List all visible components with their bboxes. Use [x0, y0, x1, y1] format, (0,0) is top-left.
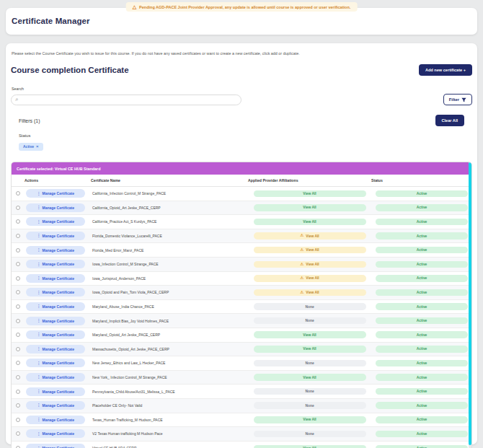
- warning-icon: ⚠: [300, 248, 303, 252]
- add-new-certificate-button[interactable]: Add new certificate +: [419, 64, 472, 76]
- kebab-menu-icon: ⋮: [37, 206, 41, 210]
- affiliations-pill-label: View All: [306, 248, 319, 252]
- affiliations-pill-label: None: [305, 404, 314, 408]
- status-filter-label: Status: [19, 133, 472, 138]
- manage-certificate-button[interactable]: ⋮ Manage Certificate: [26, 302, 85, 311]
- status-pill: Active: [376, 219, 468, 226]
- kebab-menu-icon: ⋮: [37, 319, 41, 323]
- row-radio-button[interactable]: [16, 262, 20, 266]
- certificate-name: Maryland_Abuse_India Chance_PACE: [91, 304, 248, 309]
- manage-certificate-button[interactable]: ⋮ Manage Certificate: [26, 429, 85, 438]
- certificate-name: Massachusetts_Opioid_Art Jeske_PACE_CERP: [91, 347, 248, 351]
- affiliations-pill[interactable]: View All: [254, 204, 366, 211]
- search-box[interactable]: ⌕: [11, 95, 241, 105]
- affiliations-pill[interactable]: ⚠ View All: [254, 261, 366, 268]
- certificate-name: New York_ Infection Control_M Strange_PA…: [91, 375, 248, 379]
- row-radio-button[interactable]: [16, 191, 20, 196]
- row-radio-button[interactable]: [16, 234, 20, 238]
- clear-all-button[interactable]: Clear All: [435, 115, 465, 126]
- manage-certificate-label: Manage Certificate: [43, 319, 74, 323]
- manage-certificate-button[interactable]: ⋮ Manage Certificate: [26, 203, 85, 212]
- affiliations-pill-label: View All: [306, 291, 319, 294]
- kebab-menu-icon: ⋮: [37, 248, 41, 252]
- row-radio-button[interactable]: [16, 276, 20, 281]
- row-radio-button[interactable]: [16, 319, 20, 323]
- row-radio-button[interactable]: [16, 347, 20, 351]
- affiliations-pill[interactable]: View All: [254, 331, 366, 338]
- manage-certificate-label: Manage Certificate: [43, 375, 74, 379]
- manage-certificate-button[interactable]: ⋮ Manage Certificate: [26, 288, 85, 297]
- table-row: ⋮ Manage Certificate California_Infectio…: [12, 187, 471, 201]
- manage-certificate-button[interactable]: ⋮ Manage Certificate: [26, 317, 85, 325]
- active-filter-chip[interactable]: Active ×: [19, 143, 43, 151]
- manage-certificate-button[interactable]: ⋮ Manage Certificate: [26, 401, 85, 410]
- manage-certificate-button[interactable]: ⋮ Manage Certificate: [26, 274, 85, 283]
- manage-certificate-button[interactable]: ⋮ Manage Certificate: [26, 217, 85, 226]
- close-icon[interactable]: ×: [36, 144, 39, 149]
- certificate-name: California_Opioid_Art Jeske_PACE_CERP: [91, 206, 248, 210]
- affiliations-pill[interactable]: ⚠ View All: [254, 247, 366, 254]
- manage-certificate-button[interactable]: ⋮ Manage Certificate: [26, 260, 85, 268]
- table-scrollbar-thumb[interactable]: [469, 162, 472, 445]
- row-radio-button[interactable]: [16, 361, 20, 365]
- manage-certificate-button[interactable]: ⋮ Manage Certificate: [26, 345, 85, 353]
- manage-certificate-label: Manage Certificate: [43, 390, 74, 394]
- manage-certificate-button[interactable]: ⋮ Manage Certificate: [26, 416, 85, 424]
- affiliations-pill[interactable]: View All: [254, 416, 366, 423]
- affiliations-pill[interactable]: View All: [254, 190, 366, 198]
- row-radio-button[interactable]: [16, 375, 20, 379]
- page-title: Certificate Manager: [12, 17, 471, 25]
- affiliations-pill: None: [254, 360, 366, 367]
- affiliations-pill[interactable]: ⚠ View All: [254, 232, 366, 240]
- row-radio-button[interactable]: [16, 304, 20, 309]
- table-row: ⋮ Manage Certificate Iowa_Infection Cont…: [12, 258, 471, 272]
- affiliations-pill: None: [254, 317, 366, 325]
- row-radio-button[interactable]: [16, 333, 20, 337]
- affiliations-pill-label: None: [305, 361, 314, 365]
- search-input[interactable]: [20, 97, 237, 102]
- manage-certificate-button[interactable]: ⋮ Manage Certificate: [26, 444, 85, 448]
- affiliations-pill[interactable]: View All: [254, 346, 366, 353]
- affiliations-pill[interactable]: View All: [254, 374, 366, 381]
- status-pill: Active: [376, 232, 468, 240]
- certificate-name: V2 Texas Human trafficking M Hudson Pace: [91, 431, 248, 436]
- manage-certificate-button[interactable]: ⋮ Manage Certificate: [26, 373, 85, 382]
- row-radio-button[interactable]: [16, 403, 20, 408]
- kebab-menu-icon: ⋮: [37, 361, 41, 366]
- row-radio-button[interactable]: [16, 219, 20, 224]
- status-pill: Active: [376, 190, 468, 198]
- row-radio-button[interactable]: [16, 248, 20, 252]
- affiliations-pill[interactable]: ⚠ View All: [254, 275, 366, 282]
- row-radio-button[interactable]: [16, 206, 20, 210]
- filter-button[interactable]: Filter: [443, 94, 472, 105]
- row-radio-button[interactable]: [16, 390, 20, 394]
- certificate-name: Texas_Human Trafficking_M Hudson_PACE: [91, 418, 248, 422]
- main-card: Please select the Course Certificate you…: [6, 43, 477, 444]
- manage-certificate-button[interactable]: ⋮ Manage Certificate: [26, 330, 85, 339]
- manage-certificate-button[interactable]: ⋮ Manage Certificate: [26, 232, 85, 240]
- row-radio-button[interactable]: [16, 418, 20, 422]
- kebab-menu-icon: ⋮: [37, 304, 41, 309]
- manage-certificate-label: Manage Certificate: [43, 347, 74, 351]
- manage-certificate-button[interactable]: ⋮ Manage Certificate: [26, 246, 85, 255]
- status-pill: Active: [376, 445, 468, 448]
- affiliations-pill: None: [254, 402, 366, 409]
- affiliations-pill[interactable]: View All: [254, 219, 366, 226]
- intro-text: Please select the Course Certificate you…: [11, 51, 472, 56]
- affiliations-pill-label: View All: [303, 192, 316, 196]
- affiliations-pill[interactable]: View All: [254, 445, 366, 448]
- affiliations-pill[interactable]: ⚠ View All: [254, 289, 366, 297]
- manage-certificate-button[interactable]: ⋮ Manage Certificate: [26, 359, 85, 367]
- table-row: ⋮ Manage Certificate California_Opioid_A…: [12, 201, 471, 216]
- affiliations-pill-label: None: [305, 432, 314, 436]
- certificate-name: Iowa_Infection Control_M Strange_PACE: [91, 262, 248, 266]
- manage-certificate-button[interactable]: ⋮ Manage Certificate: [26, 189, 85, 198]
- row-radio-button[interactable]: [16, 290, 20, 294]
- certificate-name: Florida_Med Error_Manz_PACE: [91, 248, 248, 252]
- status-pill: Active: [376, 416, 468, 423]
- filters-title: Filters (1): [19, 118, 40, 123]
- row-radio-button[interactable]: [16, 431, 20, 436]
- manage-certificate-button[interactable]: ⋮ Manage Certificate: [26, 387, 85, 396]
- table-row: ⋮ Manage Certificate Massachusetts_Opioi…: [12, 343, 471, 357]
- pending-approval-text: Pending AGD-PACE Joint Provider Approval…: [139, 5, 350, 9]
